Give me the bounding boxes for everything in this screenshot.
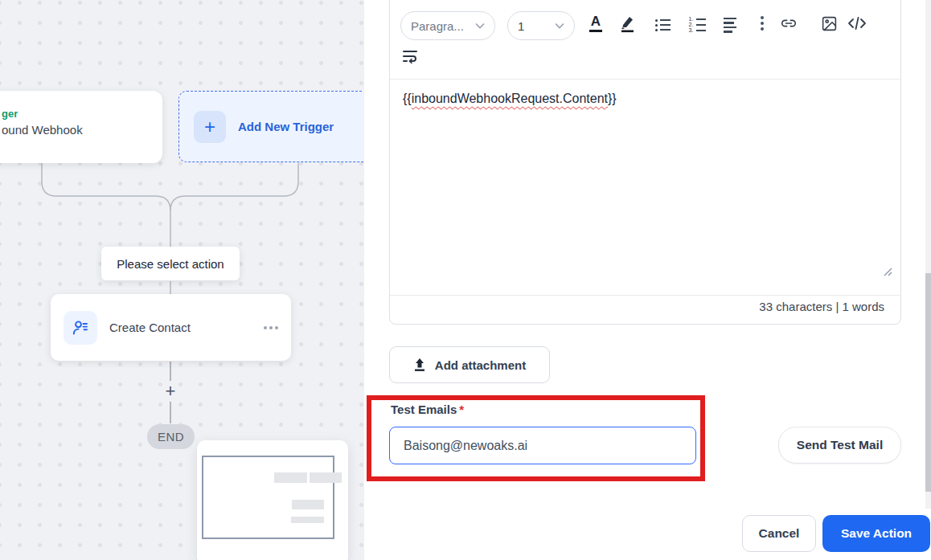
- select-action-label: Please select action: [101, 247, 240, 280]
- trigger-category-text: ger: [2, 108, 162, 120]
- more-toolbar-options-button[interactable]: [752, 13, 773, 34]
- merge-token-text: {{inboundWebhookRequest.Content}}: [403, 92, 617, 105]
- bullet-list-icon: [655, 19, 671, 31]
- save-action-button[interactable]: Save Action: [822, 515, 930, 552]
- test-emails-input[interactable]: [389, 427, 696, 464]
- more-options-icon[interactable]: [264, 326, 278, 329]
- align-button[interactable]: [720, 14, 740, 35]
- insert-image-button[interactable]: [818, 13, 839, 34]
- end-node: END: [147, 424, 195, 449]
- chevron-down-icon: [475, 22, 485, 29]
- text-wrap-icon: [402, 49, 418, 63]
- test-emails-label: Test Emails*: [391, 403, 464, 416]
- cancel-button[interactable]: Cancel: [742, 515, 816, 552]
- character-count: 33 characters | 1 words: [759, 300, 884, 313]
- text-color-icon: A: [589, 14, 602, 33]
- code-view-button[interactable]: [847, 13, 867, 34]
- webhook-trigger-card[interactable]: ger ound Webhook: [0, 91, 162, 163]
- plus-icon: +: [194, 111, 226, 143]
- insert-link-button[interactable]: [778, 13, 799, 34]
- align-left-icon: [724, 18, 736, 33]
- placeholder-bar: [274, 472, 307, 483]
- scrollbar-track[interactable]: [925, 0, 931, 509]
- ordered-list-icon: 1. 2. 3.: [689, 18, 706, 32]
- text-color-button[interactable]: A: [585, 13, 606, 34]
- add-new-trigger-button[interactable]: + Add New Trigger: [178, 91, 371, 162]
- footer-divider: [390, 295, 900, 296]
- placeholder-bar: [291, 517, 324, 523]
- email-body-editor[interactable]: {{inboundWebhookRequest.Content}}: [390, 80, 900, 293]
- rich-text-editor: Paragra... 1 A 1.: [389, 0, 901, 325]
- contact-icon: [64, 311, 97, 345]
- link-icon: [780, 14, 798, 32]
- resize-handle[interactable]: [884, 268, 892, 276]
- add-attachment-label: Add attachment: [435, 358, 526, 372]
- add-attachment-button[interactable]: Add attachment: [389, 346, 550, 383]
- paragraph-format-value: Paragra...: [411, 19, 464, 33]
- bullet-list-button[interactable]: [652, 14, 673, 35]
- preview-popup: [197, 440, 348, 560]
- create-contact-node[interactable]: Create Contact: [51, 294, 291, 361]
- send-test-mail-button[interactable]: Send Test Mail: [778, 427, 901, 464]
- placeholder-bar: [310, 472, 342, 483]
- add-new-trigger-label: Add New Trigger: [238, 120, 334, 133]
- chevron-down-icon: [555, 22, 564, 29]
- ordered-list-button[interactable]: 1. 2. 3.: [687, 14, 707, 35]
- code-icon: [847, 15, 867, 31]
- upload-icon: [413, 358, 426, 372]
- font-size-select[interactable]: 1: [507, 11, 575, 40]
- text-wrap-button[interactable]: [400, 46, 420, 67]
- paragraph-format-select[interactable]: Paragra...: [400, 11, 495, 40]
- create-contact-label: Create Contact: [109, 321, 191, 334]
- preview-frame: [202, 456, 334, 539]
- font-size-value: 1: [518, 19, 524, 33]
- trigger-title-text: ound Webhook: [2, 123, 162, 137]
- highlight-button[interactable]: [617, 13, 638, 34]
- image-icon: [821, 15, 838, 32]
- email-action-panel: Paragra... 1 A 1.: [363, 0, 931, 560]
- required-asterisk: *: [459, 403, 464, 416]
- scrollbar-thumb[interactable]: [925, 273, 931, 492]
- more-options-icon: [761, 16, 764, 31]
- highlight-icon: [618, 14, 636, 33]
- add-step-plus-icon[interactable]: +: [162, 382, 179, 400]
- placeholder-bar: [292, 500, 324, 509]
